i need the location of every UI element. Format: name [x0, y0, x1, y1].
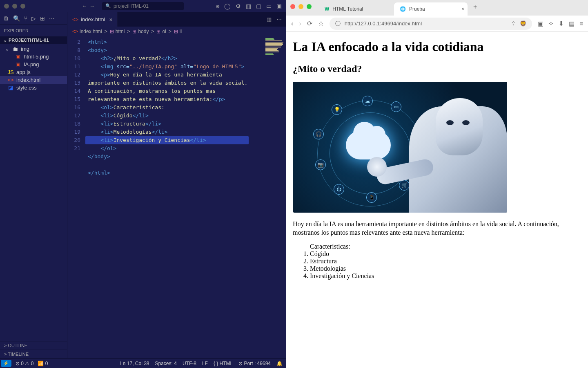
- html-file-icon: <>: [7, 77, 14, 83]
- browser-minimize-icon[interactable]: [298, 4, 303, 9]
- breadcrumb[interactable]: <> index.html > ⊞ html > ⊞ body > ⊞ ol >…: [67, 27, 286, 36]
- browser-maximize-icon[interactable]: [307, 4, 312, 9]
- folder-img[interactable]: ⌄ 🖿 img: [0, 45, 67, 53]
- nav-arrows: ← →: [82, 3, 95, 9]
- page-title: La IA enfocado a la vida cotidiana: [293, 39, 581, 54]
- back-button-icon[interactable]: ‹: [291, 20, 293, 27]
- browser-toolbar: ‹ › ⟳ ☆ ⓘ http://127.0.0.1:49694/index.h…: [286, 16, 588, 32]
- extensions-icon[interactable]: ✧: [548, 20, 554, 27]
- eol-setting[interactable]: LF: [202, 361, 208, 366]
- browser-window: W HTML Tutorial 🌐 Prueba × + ‹ › ⟳ ☆ ⓘ h…: [286, 0, 588, 368]
- browser-tab-strip: W HTML Tutorial 🌐 Prueba × +: [286, 0, 588, 16]
- copilot-icon[interactable]: ⎈: [216, 3, 219, 9]
- notifications-icon[interactable]: 🔔: [276, 361, 283, 366]
- html-file-icon: <>: [72, 16, 78, 22]
- browser-tab-html-tutorial[interactable]: W HTML Tutorial: [319, 2, 392, 16]
- menu-icon[interactable]: ≡: [579, 20, 583, 27]
- vscode-window: ← → projectHTML-01 ⎈ ◯ ⚙ ▥ ▢ ▭ ▣ 🗎 🔍 ⑂ ▷…: [0, 0, 286, 368]
- language-mode[interactable]: { } HTML: [214, 361, 233, 366]
- code-editor[interactable]: 2810 1112 1314 151617 181920 21 <html> <…: [67, 36, 286, 358]
- search-icon[interactable]: 🔍: [13, 15, 20, 22]
- list-item: Estructura: [310, 258, 581, 265]
- file-html5-png[interactable]: ▣ html-5.png: [0, 53, 67, 61]
- downloads-icon[interactable]: ⬇: [559, 20, 564, 27]
- encoding-setting[interactable]: UTF-8: [183, 361, 196, 366]
- file-ia-png[interactable]: ▣ IA.png: [0, 61, 67, 68]
- list-label: Características:: [310, 243, 581, 250]
- extensions-icon[interactable]: ⊞: [40, 15, 45, 22]
- brave-shields-icon[interactable]: 🦁: [520, 20, 526, 27]
- back-icon[interactable]: ←: [82, 3, 87, 9]
- source-control-icon[interactable]: ⑂: [24, 15, 27, 22]
- site-info-icon[interactable]: ⓘ: [335, 20, 341, 27]
- list-item: Cógido: [310, 250, 581, 258]
- errors-indicator[interactable]: ⊘ 0 ⚠ 0: [16, 361, 33, 366]
- layout-secondary-icon[interactable]: ▭: [266, 3, 272, 9]
- sidebar: 🗎 🔍 ⑂ ▷ ⊞ ⋯ EXPLORER ⋯ ⌄PROJECTHTML-01 ⌄…: [0, 12, 67, 358]
- explorer-label: EXPLORER: [4, 28, 29, 33]
- titlebar: ← → projectHTML-01 ⎈ ◯ ⚙ ▥ ▢ ▭ ▣: [0, 0, 286, 12]
- w3-favicon-icon: W: [325, 6, 329, 12]
- split-editor-icon[interactable]: ▥: [267, 16, 272, 22]
- window-controls: [4, 4, 25, 9]
- maximize-window-icon[interactable]: [20, 4, 25, 9]
- close-window-icon[interactable]: [4, 4, 9, 9]
- status-bar: ⚡ ⊘ 0 ⚠ 0 📶 0 Ln 17, Col 38 Spaces: 4 UT…: [0, 358, 286, 368]
- file-style-css[interactable]: ◪ style.css: [0, 84, 67, 92]
- cursor-position[interactable]: Ln 17, Col 38: [120, 361, 149, 366]
- browser-close-icon[interactable]: [290, 4, 295, 9]
- close-tab-icon[interactable]: ×: [461, 6, 464, 12]
- ai-hero-image: ☁ ▭ ✉ ⚙ 🛒 📱 ⏻ 📷 🎧 💡: [293, 82, 507, 213]
- share-icon[interactable]: ⇪: [511, 20, 516, 27]
- pip-icon[interactable]: ▣: [538, 20, 543, 27]
- bookmark-icon[interactable]: ☆: [318, 20, 324, 27]
- address-bar[interactable]: ⓘ http://127.0.0.1:49694/index.html ⇪ 🦁: [330, 18, 532, 30]
- settings-gear-icon[interactable]: ⚙: [236, 3, 241, 9]
- list-item: Metodologías: [310, 265, 581, 272]
- code-content[interactable]: <html> <body> <h2>¿Mito o verdad?</h2> <…: [85, 36, 286, 177]
- wallet-icon[interactable]: ▤: [569, 20, 575, 27]
- url-text: http://127.0.0.1:49694/index.html: [345, 20, 422, 27]
- minimize-window-icon[interactable]: [12, 4, 17, 9]
- project-header[interactable]: ⌄PROJECTHTML-01: [0, 36, 67, 44]
- line-gutter: 2810 1112 1314 151617 181920 21: [67, 36, 85, 153]
- globe-favicon-icon: 🌐: [400, 6, 406, 12]
- editor-tabs: <> index.html × ▥ ⋯: [67, 12, 286, 27]
- file-tree: ⌄ 🖿 img ▣ html-5.png ▣ IA.png JS app.js: [0, 44, 67, 92]
- explorer-more-icon[interactable]: ⋯: [58, 28, 63, 33]
- remote-indicator-icon[interactable]: ⚡: [1, 360, 11, 367]
- forward-icon[interactable]: →: [89, 3, 95, 9]
- close-tab-icon[interactable]: ×: [109, 16, 112, 23]
- list-item: Investigación y Ciencias: [310, 272, 581, 280]
- command-search[interactable]: projectHTML-01: [102, 2, 184, 10]
- file-index-html[interactable]: <> index.html: [0, 76, 67, 84]
- more-icon[interactable]: ⋯: [49, 15, 55, 22]
- radio-indicator[interactable]: 📶 0: [38, 361, 48, 366]
- rendered-page: La IA enfocado a la vida cotidiana ¿Mito…: [286, 32, 588, 368]
- chevron-down-icon: ⌄: [5, 46, 9, 52]
- css-file-icon: ◪: [7, 85, 14, 91]
- minimap[interactable]: [265, 38, 284, 95]
- forward-button-icon[interactable]: ›: [299, 20, 301, 27]
- image-file-icon: ▣: [15, 61, 21, 67]
- layout-panel-icon[interactable]: ▢: [256, 3, 261, 9]
- layout-sidebar-icon[interactable]: ▥: [246, 3, 251, 9]
- tab-index-html[interactable]: <> index.html ×: [67, 12, 118, 27]
- js-file-icon: JS: [7, 69, 14, 75]
- outline-section[interactable]: > OUTLINE: [0, 341, 67, 350]
- image-file-icon: ▣: [15, 54, 21, 60]
- live-server-port[interactable]: ⊘ Port : 49694: [238, 361, 271, 366]
- file-app-js[interactable]: JS app.js: [0, 68, 67, 76]
- explorer-icon[interactable]: 🗎: [3, 15, 9, 22]
- reload-button-icon[interactable]: ⟳: [307, 20, 312, 27]
- debug-icon[interactable]: ▷: [31, 15, 36, 22]
- account-icon[interactable]: ◯: [224, 3, 231, 9]
- layout-icon[interactable]: ▣: [276, 3, 282, 9]
- indent-setting[interactable]: Spaces: 4: [155, 361, 177, 366]
- features-list: Cógido Estructura Metodologías Investiga…: [293, 250, 581, 280]
- timeline-section[interactable]: > TIMELINE: [0, 350, 67, 358]
- browser-tab-prueba[interactable]: 🌐 Prueba ×: [394, 2, 468, 16]
- page-subtitle: ¿Mito o verdad?: [293, 63, 581, 74]
- new-tab-button[interactable]: +: [469, 3, 481, 11]
- more-actions-icon[interactable]: ⋯: [276, 16, 282, 22]
